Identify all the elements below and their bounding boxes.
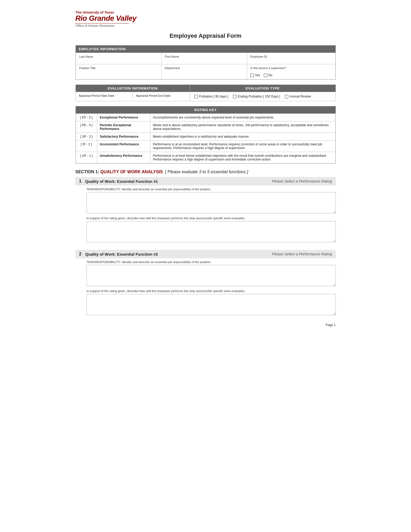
department-label: Department — [165, 66, 244, 70]
department-cell: Department — [161, 64, 247, 79]
rating-code: [ EP - 5 ] — [76, 114, 97, 121]
supervisor-checkboxes: Yes No — [250, 73, 332, 77]
employee-info-row2: Position Title Department Is this person… — [76, 64, 335, 79]
annual-review-checkbox[interactable] — [285, 95, 288, 98]
yes-checkbox-item[interactable]: Yes — [250, 73, 260, 77]
appraisal-start-label: Appraisal Period Start Date — [79, 94, 114, 97]
eval-type-header: EVALUATION TYPE — [190, 85, 336, 92]
rating-description: Meets established objectives in a satisf… — [150, 133, 335, 141]
task-label-2: TASK/RESPONSIBILITY: Identify and descri… — [87, 260, 336, 264]
function-title-1: Quality of Work: Essential Function #1 — [85, 179, 158, 184]
logo-line3: Office of Human Resources — [75, 24, 336, 28]
supervisor-cell: Is this person a supervisor? Yes No — [247, 64, 335, 79]
eval-type-ending-probation[interactable]: Ending Probation [ 150 Days ] — [233, 95, 280, 98]
evaluation-section: EVALUATION INFORMATION Appraisal Period … — [75, 85, 336, 101]
task-label-1: TASK/RESPONSIBILITY: Identify and descri… — [87, 188, 336, 191]
logo-area: The University of Texas Rio Grande Valle… — [75, 11, 336, 28]
employee-info-section: EMPLOYEE INFORMATION Last Name First Nam… — [75, 45, 336, 80]
rating-code: [ IP - 2 ] — [76, 141, 97, 152]
section1-instruction: [ Please evaluate 3 to 5 essential funct… — [165, 170, 248, 174]
evaluation-type-right: EVALUATION TYPE Probation [ 90 days ] En… — [190, 85, 336, 101]
appraisal-start-cell: Appraisal Period Start Date — [76, 92, 133, 99]
support-textarea-2[interactable] — [87, 294, 336, 315]
last-name-label: Last Name — [79, 55, 158, 58]
task-textarea-1[interactable] — [87, 192, 336, 213]
appraisal-end-label: Appraisal Period End Date — [136, 94, 171, 97]
support-label-1: In support of the rating given, describe… — [87, 217, 336, 220]
supervisor-label: Is this person a supervisor? — [250, 66, 332, 70]
function-title-group: 1 Quality of Work: Essential Function #1 — [79, 179, 158, 184]
rating-row: [ EP - 5 ] Exceptional Performance Accom… — [76, 114, 335, 121]
rating-key-header: RATING KEY — [76, 106, 336, 113]
logo-divider — [75, 23, 129, 24]
rating-description: Performance is at level below establishe… — [150, 152, 335, 163]
rating-row: [ PE - 4 ] Periodic Exceptional Performa… — [76, 121, 335, 133]
yes-checkbox[interactable] — [250, 74, 254, 77]
eval-info-header: EVALUATION INFORMATION — [76, 85, 190, 92]
position-title-cell: Position Title — [76, 64, 161, 79]
no-checkbox-item[interactable]: No — [264, 73, 272, 77]
function-block-1: 1 Quality of Work: Essential Function #1… — [75, 177, 336, 242]
rating-code: [ UP - 1 ] — [76, 152, 97, 163]
ending-probation-checkbox[interactable] — [233, 95, 236, 98]
function-block-2: 2 Quality of Work: Essential Function #2… — [75, 250, 336, 315]
yes-label: Yes — [255, 73, 260, 77]
section1-number: SECTION 1 — [75, 170, 98, 174]
rating-description: Accomplishments are consistently above e… — [150, 114, 335, 121]
first-name-label: First Name — [165, 55, 244, 58]
probation-checkbox[interactable] — [194, 95, 198, 98]
logo: The University of Texas Rio Grande Valle… — [75, 11, 336, 28]
rating-key-section: RATING KEY [ EP - 5 ] Exceptional Perfor… — [75, 106, 336, 164]
evaluation-info-left: EVALUATION INFORMATION Appraisal Period … — [76, 85, 190, 101]
employee-info-row1: Last Name First Name Employee ID — [76, 53, 335, 64]
employee-id-cell: Employee ID — [247, 53, 335, 64]
rating-code: [ SP - 3 ] — [76, 133, 97, 141]
rating-description: Meets and is above satisfactory performa… — [150, 121, 335, 133]
rating-row: [ SP - 3 ] Satisfactory Performance Meet… — [76, 133, 335, 141]
page-title: Employee Appraisal Form — [75, 32, 336, 39]
annual-review-label: Annual Review — [290, 95, 311, 98]
section1-heading: SECTION 1: QUALITY OF WORK ANALYSIS [ Pl… — [75, 170, 336, 174]
logo-line1: The University of Texas — [75, 11, 336, 14]
support-label-2: In support of the rating given, describe… — [87, 289, 336, 293]
rating-name: Satisfactory Performance — [97, 133, 150, 141]
appraisal-end-cell: Appraisal Period End Date — [133, 92, 190, 99]
rating-name: Inconsistent Performance — [97, 141, 150, 152]
rating-row: [ IP - 2 ] Inconsistent Performance Perf… — [76, 141, 335, 152]
employee-info-table: Last Name First Name Employee ID Positio… — [76, 53, 336, 79]
function-title-group: 2 Quality of Work: Essential Function #2 — [79, 252, 158, 256]
first-name-cell: First Name — [161, 53, 247, 64]
probation-label: Probation [ 90 days ] — [199, 95, 228, 98]
section1-title: QUALITY OF WORK ANALYSIS — [100, 170, 163, 174]
eval-type-annual[interactable]: Annual Review — [285, 95, 311, 98]
last-name-cell: Last Name — [76, 53, 161, 64]
function-rating-placeholder-2[interactable]: Please Select a Performance Rating — [272, 252, 332, 256]
rating-name: Exceptional Performance — [97, 114, 150, 121]
eval-type-probation[interactable]: Probation [ 90 days ] — [194, 95, 228, 98]
function-number-2: 2 — [79, 252, 82, 256]
ending-probation-label: Ending Probation [ 150 Days ] — [238, 95, 280, 98]
rating-description: Performance is at an inconsistent level.… — [150, 141, 335, 152]
logo-line2: Rio Grande Valley — [75, 14, 336, 23]
page-number: Page 1 — [75, 323, 336, 327]
function-header-1: 1 Quality of Work: Essential Function #1… — [75, 177, 336, 185]
function-header-2: 2 Quality of Work: Essential Function #2… — [75, 250, 336, 258]
rating-code: [ PE - 4 ] — [76, 121, 97, 133]
no-checkbox[interactable] — [264, 74, 267, 77]
support-textarea-1[interactable] — [87, 221, 336, 242]
task-textarea-2[interactable] — [87, 265, 336, 286]
function-rating-placeholder-1[interactable]: Please Select a Performance Rating — [272, 179, 332, 183]
function-number-1: 1 — [79, 179, 82, 184]
employee-id-label: Employee ID — [250, 55, 332, 58]
eval-dates-body: Appraisal Period Start Date Appraisal Pe… — [76, 92, 190, 99]
rating-key-table: [ EP - 5 ] Exceptional Performance Accom… — [76, 113, 336, 163]
rating-name: Unsatisfactory Performance — [97, 152, 150, 163]
rating-name: Periodic Exceptional Performance — [97, 121, 150, 133]
no-label: No — [268, 73, 272, 77]
eval-type-body: Probation [ 90 days ] Ending Probation [… — [190, 92, 336, 101]
function-title-2: Quality of Work: Essential Function #2 — [85, 252, 158, 256]
rating-row: [ UP - 1 ] Unsatisfactory Performance Pe… — [76, 152, 335, 163]
employee-info-header: EMPLOYEE INFORMATION — [76, 45, 336, 53]
position-title-label: Position Title — [79, 66, 158, 70]
